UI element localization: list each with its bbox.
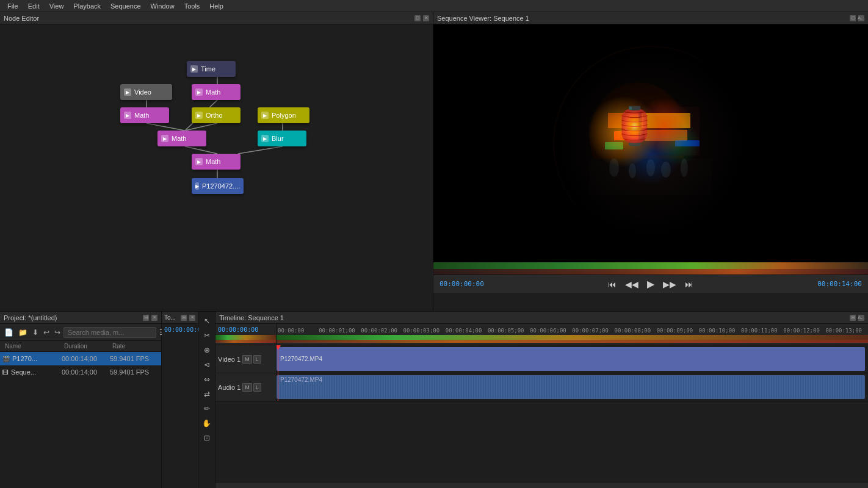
node-math3[interactable]: ▶ Math <box>157 131 206 146</box>
transport-fast-forward[interactable]: ▶▶ <box>660 278 679 290</box>
menu-window[interactable]: Window <box>146 1 179 11</box>
timeline-progress-green <box>277 335 868 340</box>
audio-track-label: Audio 1 <box>218 384 241 391</box>
audio-track-body[interactable]: P1270472.MP4 <box>277 373 868 401</box>
project-window-btns: ⊟ ✕ <box>143 315 157 321</box>
tick-9: 00:00:09;00 <box>657 328 693 334</box>
node-polygon-arrow: ▶ <box>261 112 269 119</box>
audio-mute-btn[interactable]: M <box>242 383 252 392</box>
sequence-viewer-close[interactable]: A... <box>858 15 864 21</box>
timeline-titlebar: Timeline: Sequence 1 ⊟ A... <box>215 312 868 324</box>
video-playhead <box>278 345 278 373</box>
video-mute-btn[interactable]: M <box>242 355 252 364</box>
node-polygon[interactable]: ▶ Polygon <box>258 107 309 123</box>
menu-edit[interactable]: Edit <box>23 1 45 11</box>
project-minimize[interactable]: ⊟ <box>143 315 149 321</box>
svg-line-3 <box>146 123 185 131</box>
tool-arrow[interactable]: ↖ <box>200 314 214 328</box>
node-editor-minimize[interactable]: ⊟ <box>414 15 421 21</box>
project-folder-btn[interactable]: 📁 <box>16 327 29 338</box>
node-math4-arrow: ▶ <box>195 158 203 165</box>
tool-snap[interactable]: ⊡ <box>200 431 214 445</box>
node-editor-canvas[interactable]: ▶ Time ▶ Video ▶ Math ▶ Math <box>0 24 433 311</box>
viewer-time-start: 00:00:00:00 <box>439 280 484 288</box>
node-media-arrow: ▶ <box>195 182 199 190</box>
transport-play[interactable]: ▶ <box>645 277 657 291</box>
video-track-body[interactable]: P1270472.MP4 <box>277 345 868 373</box>
node-video-label: Video <box>134 88 151 96</box>
project-panel: Project: *(untitled) ⊟ ✕ 📄 📁 ⬇ ↩ ↪ ☰ ⊞ N… <box>0 312 162 488</box>
video-clip-label: P1270472.MP4 <box>280 356 322 362</box>
sequence-viewer: Sequence Viewer: Sequence 1 ⊟ A... <box>433 12 868 311</box>
timecode-close[interactable]: ✕ <box>189 315 195 321</box>
node-math3-label: Math <box>172 135 186 142</box>
project-search[interactable] <box>63 327 156 338</box>
timeline-ruler-ticks[interactable]: 00:00:00 00:00:01;00 00:00:02;00 00:00:0… <box>277 324 868 345</box>
menu-sequence[interactable]: Sequence <box>106 1 146 11</box>
node-ortho-label: Ortho <box>206 112 223 119</box>
timeline-horizontal-scrollbar[interactable] <box>215 482 868 488</box>
svg-point-23 <box>661 162 671 178</box>
col-name: Name <box>2 343 59 350</box>
node-time[interactable]: ▶ Time <box>187 61 236 77</box>
project-redo-btn[interactable]: ↪ <box>52 327 62 338</box>
tool-slip[interactable]: ⇔ <box>200 373 214 386</box>
node-ortho[interactable]: ▶ Ortho <box>192 107 241 123</box>
timeline-main: 00:00:00:00 00:00:00 00:00:01;00 00:00:0… <box>215 324 868 488</box>
menu-file[interactable]: File <box>2 1 23 11</box>
timeline-close[interactable]: A... <box>858 315 864 321</box>
transport-step-back[interactable]: ⏮ <box>606 278 619 290</box>
item-name-video: P1270... <box>12 355 59 362</box>
tool-zoom[interactable]: ⊕ <box>200 343 214 357</box>
tool-track-select[interactable]: ⊲ <box>200 358 214 371</box>
video-clip[interactable]: P1270472.MP4 <box>277 347 865 371</box>
tool-hand[interactable]: ✋ <box>200 417 214 430</box>
audio-lock-btn[interactable]: L <box>253 383 261 392</box>
menu-help[interactable]: Help <box>204 1 228 11</box>
project-new-btn[interactable]: 📄 <box>2 327 15 338</box>
project-item-video[interactable]: 🎬 P1270... 00:00:14;00 59.9401 FPS <box>0 352 161 365</box>
menu-tools[interactable]: Tools <box>179 1 205 11</box>
project-item-sequence[interactable]: 🎞 Seque... 00:00:14;00 59.9401 FPS <box>0 365 161 379</box>
col-rate: Rate <box>110 343 159 350</box>
timeline-ruler-container: 00:00:00:00 00:00:00 00:00:01;00 00:00:0… <box>215 324 868 345</box>
node-math1[interactable]: ▶ Math <box>192 84 241 100</box>
node-video[interactable]: ▶ Video <box>120 84 172 100</box>
transport-rewind[interactable]: ◀◀ <box>623 278 641 290</box>
node-media[interactable]: ▶ P1270472.... <box>192 178 244 194</box>
node-math4[interactable]: ▶ Math <box>192 154 241 170</box>
menu-view[interactable]: View <box>45 1 69 11</box>
svg-point-11 <box>590 82 687 192</box>
transport-step-forward[interactable]: ⏭ <box>682 278 696 290</box>
project-undo-btn[interactable]: ↩ <box>42 327 51 338</box>
audio-track-row: Audio 1 M L P1270472.MP4 <box>215 373 868 401</box>
menu-playback[interactable]: Playback <box>68 1 106 11</box>
svg-rect-15 <box>614 131 638 140</box>
timecode-minimize[interactable]: ⊟ <box>181 315 187 321</box>
node-blur[interactable]: ▶ Blur <box>258 131 306 146</box>
node-math2[interactable]: ▶ Math <box>120 107 169 123</box>
sequence-viewer-expand[interactable]: ⊟ <box>850 15 856 21</box>
viewer-controls: 00:00:00:00 ⏮ ◀◀ ▶ ▶▶ ⏭ 00:00:14:00 <box>433 274 868 293</box>
node-time-label: Time <box>201 65 215 73</box>
waveform-visual <box>277 375 865 399</box>
video-lock-btn[interactable]: L <box>253 355 261 364</box>
audio-clip[interactable]: P1270472.MP4 <box>277 375 865 399</box>
project-title: Project: *(untitled) <box>4 314 57 321</box>
tool-razor[interactable]: ✂ <box>200 329 214 342</box>
tool-pen[interactable]: ✏ <box>200 402 214 415</box>
svg-rect-16 <box>645 130 687 141</box>
project-columns: Name Duration Rate <box>0 341 161 352</box>
project-import-btn[interactable]: ⬇ <box>31 327 40 338</box>
project-titlebar: Project: *(untitled) ⊟ ✕ <box>0 312 161 324</box>
transport-controls: ⏮ ◀◀ ▶ ▶▶ ⏭ <box>606 277 696 291</box>
timeline-expand[interactable]: ⊟ <box>850 315 856 321</box>
tick-4: 00:00:04;00 <box>446 328 482 334</box>
tick-10: 00:00:10;00 <box>699 328 736 334</box>
tool-slide[interactable]: ⇄ <box>200 387 214 401</box>
node-editor-close[interactable]: ✕ <box>423 15 429 21</box>
project-close[interactable]: ✕ <box>151 315 157 321</box>
node-math1-label: Math <box>206 88 220 96</box>
item-name-sequence: Seque... <box>11 368 59 376</box>
item-duration-sequence: 00:00:14;00 <box>62 368 107 376</box>
